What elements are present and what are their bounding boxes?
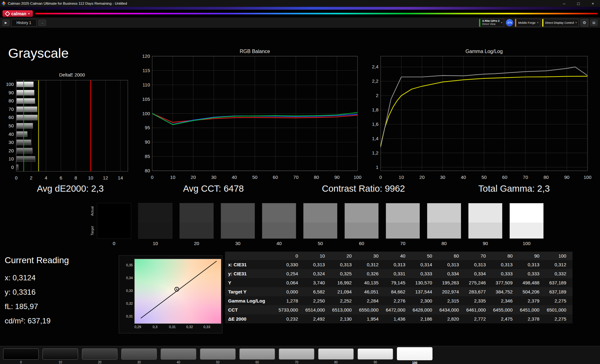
svg-text:70: 70 [293,175,299,180]
svg-text:1,8: 1,8 [372,107,378,112]
source-dropdown[interactable]: Mobile Forge ▾ [515,19,540,27]
table-cell: 637,189 [546,278,572,287]
swatch-level-label: 60 [344,241,379,246]
svg-text:30: 30 [440,175,445,180]
pattern-level-label: 50 [200,361,236,364]
swatch-target [345,223,378,239]
tab-history-1[interactable]: History 1 [11,19,37,27]
svg-text:1,2: 1,2 [372,150,378,155]
table-cell: 2,300 [412,296,438,305]
meter-count-badge: 479 [506,19,513,26]
chevron-down-icon: ▾ [501,21,502,24]
pattern-level-button-20[interactable] [82,348,118,360]
pattern-level-label: 0 [3,361,39,364]
table-cell: 2,772 [465,314,492,323]
toolbar: ▶ History 1 → X-Rite i1Pro 3 Direct View… [0,17,600,28]
swatch-level-label: 80 [427,241,461,246]
cie-y-tick-label: 0,34 [123,276,133,280]
current-reading-title: Current Reading [5,255,69,265]
table-cell: 6461,000 [465,305,492,314]
svg-text:70: 70 [523,175,528,180]
source-label: Mobile Forge [518,21,535,24]
panel-toggle-button[interactable]: ▤ [590,20,598,26]
meter-dropdown[interactable]: X-Rite i1Pro 3 Direct View ▾ [479,19,504,27]
table-cell: 1,436 [385,314,412,323]
table-cell: 0,313 [438,260,465,269]
maximize-button[interactable]: □ [571,0,586,7]
pattern-level-button-10[interactable] [42,348,78,360]
swatch-level-label: 70 [386,241,420,246]
pattern-level-button-60[interactable] [239,348,275,360]
swatch-target [468,223,502,239]
grayscale-data-table: 0102030405060708090100x: CIE310,3300,313… [225,252,572,323]
table-cell: 0,313 [304,260,331,269]
pattern-level-button-30[interactable] [121,348,157,360]
calman-app-icon [2,1,6,6]
table-cell: 0,324 [304,269,331,278]
swatch-level-label: 100 [509,241,544,246]
window-titlebar: Calman 2025 Calman Ultimate for Business… [0,0,600,7]
table-row: ΔE 20000,2322,4922,1301,9541,4362,1862,8… [225,314,572,323]
stat-avg-cct: Avg CCT: 6478 [183,184,244,194]
pattern-bar: □ ◉ ■ ▶ ▼ ↻ ⚙ « Back Next » 010203040506… [0,346,600,364]
settings-gear-button[interactable]: ⚙ [581,19,588,27]
table-cell: 377,509 [492,278,519,287]
calman-logo-menu[interactable]: calman ▾ [2,10,33,17]
swatch-row-label-target: Target [90,221,94,240]
page-title: Grayscale [8,46,69,61]
swatch-target [427,223,461,239]
reading-fl: fL: 185,97 [5,302,38,311]
swatch-level-label: 50 [303,241,338,246]
swatch-target [303,223,337,239]
svg-text:50: 50 [252,175,258,180]
pattern-level-button-40[interactable] [161,348,196,360]
pattern-level-button-0[interactable] [3,348,39,360]
svg-text:50: 50 [8,123,14,128]
deltae-bar-100 [17,82,33,87]
cie-x-tick-label: 0,32 [186,325,193,329]
reading-y: y: 0,3316 [5,288,36,297]
cie-chromaticity-panel: 0,350,340,330,320,310,290,30,310,320,33 [119,255,222,333]
reading-x: x: 0,3124 [5,273,36,282]
table-cell: 2,275 [546,296,572,305]
close-button[interactable]: × [586,0,600,7]
table-row: Gamma Log/Log1,2782,2502,2522,2842,2762,… [225,296,572,305]
display-control-dropdown[interactable]: Direct Display Control ▾ [542,19,579,27]
swatch-actual [468,203,502,223]
table-cell: 1,954 [358,314,385,323]
table-cell: 275,246 [465,278,492,287]
pattern-level-button-70[interactable] [279,348,314,360]
pattern-level-button-90[interactable] [358,348,393,360]
history-expand-button[interactable]: ▶ [2,20,9,26]
pattern-level-button-50[interactable] [200,348,236,360]
toolbar-left: ▶ History 1 → [2,19,46,27]
table-cell: 0,333 [412,269,438,278]
svg-text:50: 50 [482,175,487,180]
minimize-button[interactable]: – [557,0,571,7]
history-forward-button[interactable]: → [38,20,46,26]
table-row: Target Y0,0006,58221,09446,05184,662137,… [225,287,572,296]
table-cell: 0,330 [278,260,304,269]
svg-text:30: 30 [211,175,217,180]
swatch-row-label-actual: Actual [90,202,94,220]
cie-y-tick-label: 0,32 [123,302,133,305]
pattern-level-label: 30 [121,361,157,364]
svg-text:6: 6 [60,175,62,180]
toolbar-right: X-Rite i1Pro 3 Direct View ▾ 479 Mobile … [479,19,598,27]
table-row-label: ΔE 2000 [225,314,278,323]
pattern-level-button-80[interactable] [318,348,354,360]
table-cell: 0,232 [278,314,304,323]
table-cell: 2,284 [358,296,385,305]
table-cell: 0,313 [385,260,412,269]
cie-y-tick-label: 0,33 [123,289,133,293]
table-cell: 6428,000 [412,305,438,314]
table-cell: 1,278 [278,296,304,305]
svg-text:100: 100 [583,175,591,180]
svg-text:10: 10 [399,175,404,180]
svg-text:80: 80 [145,168,150,173]
pattern-level-button-100[interactable] [397,347,432,360]
table-cell: 0,332 [546,269,572,278]
table-cell: 6472,000 [385,305,412,314]
title-gradient-strip [0,7,600,10]
table-cell: 2,378 [519,314,546,323]
